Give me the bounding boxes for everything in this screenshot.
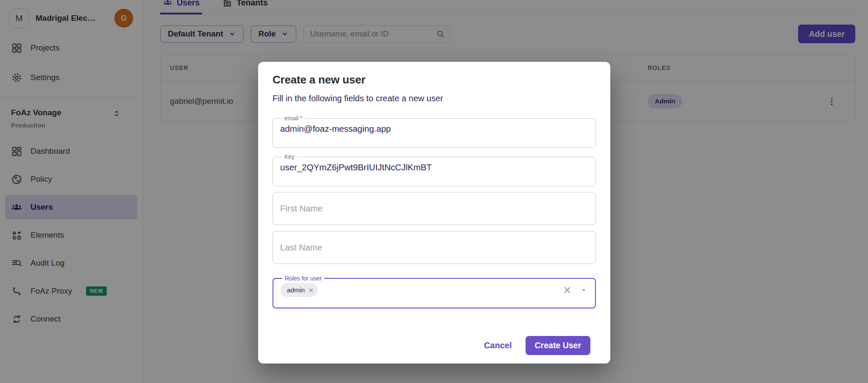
modal-actions: Cancel Create User	[273, 336, 596, 359]
create-user-modal: Create a new user Fill in the following …	[258, 62, 610, 364]
create-user-button[interactable]: Create User	[526, 336, 590, 355]
cancel-button[interactable]: Cancel	[484, 341, 512, 350]
key-field-value[interactable]: user_2QYmZ6jPwt9BrIUIJtNcCJlKmBT	[280, 162, 588, 172]
roles-field[interactable]: Roles for user admin	[273, 275, 596, 308]
key-field[interactable]: Key user_2QYmZ6jPwt9BrIUIJtNcCJlKmBT	[273, 153, 596, 186]
dropdown-caret-icon[interactable]	[581, 287, 587, 293]
email-field[interactable]: email * admin@foaz-messaging.app	[273, 115, 596, 148]
modal-subtitle: Fill in the following fields to create a…	[273, 94, 596, 103]
roles-field-label: Roles for user	[282, 275, 324, 282]
modal-title: Create a new user	[273, 73, 596, 86]
last-name-input[interactable]	[280, 242, 588, 253]
chip-remove-icon[interactable]	[308, 287, 314, 293]
create-user-form: email * admin@foaz-messaging.app Key use…	[273, 115, 596, 314]
first-name-input[interactable]	[280, 203, 588, 214]
email-field-label: email *	[282, 115, 305, 122]
last-name-field[interactable]	[273, 231, 596, 264]
role-chip-admin[interactable]: admin	[281, 283, 318, 297]
roles-field-icons	[562, 285, 588, 295]
email-field-value[interactable]: admin@foaz-messaging.app	[280, 124, 588, 134]
key-field-label: Key	[282, 153, 297, 160]
first-name-field[interactable]	[273, 192, 596, 225]
role-chip-label: admin	[287, 286, 305, 294]
clear-selection-icon[interactable]	[562, 285, 572, 295]
